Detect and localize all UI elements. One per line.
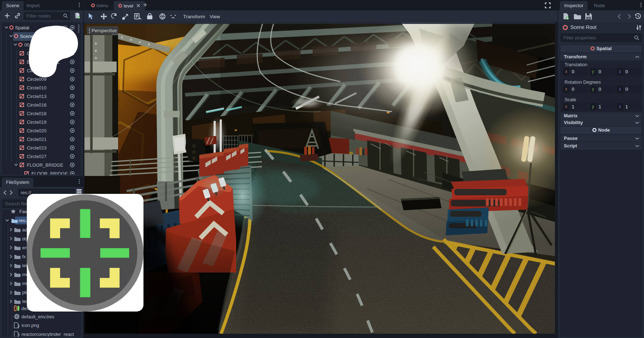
svg-text:FLOOR_BRIDGE: FLOOR_BRIDGE xyxy=(27,162,63,168)
svg-text:Circle019: Circle019 xyxy=(27,119,47,125)
svg-text:Perspective: Perspective xyxy=(92,28,117,33)
svg-text:Circle020: Circle020 xyxy=(27,128,47,133)
svg-text:Circle010: Circle010 xyxy=(27,85,47,90)
svg-text:View: View xyxy=(210,14,220,19)
svg-text:Circle018: Circle018 xyxy=(27,111,47,116)
svg-text:reactorcorecylinder_react: reactorcorecylinder_react xyxy=(21,332,74,337)
svg-text:Circle013: Circle013 xyxy=(27,94,47,99)
svg-text:Circle021: Circle021 xyxy=(27,137,47,142)
svg-text:Circle016: Circle016 xyxy=(27,102,47,108)
svg-text:Circle023: Circle023 xyxy=(27,145,47,151)
svg-text:FLOOR_BRIDGE: FLOOR_BRIDGE xyxy=(31,171,68,175)
svg-text:Transform: Transform xyxy=(183,14,205,19)
svg-text:Circle027: Circle027 xyxy=(27,154,47,159)
svg-text:fx: fx xyxy=(22,254,26,259)
svg-text:default_env.tres: default_env.tres xyxy=(21,314,54,319)
svg-text:icon.png: icon.png xyxy=(21,323,39,328)
